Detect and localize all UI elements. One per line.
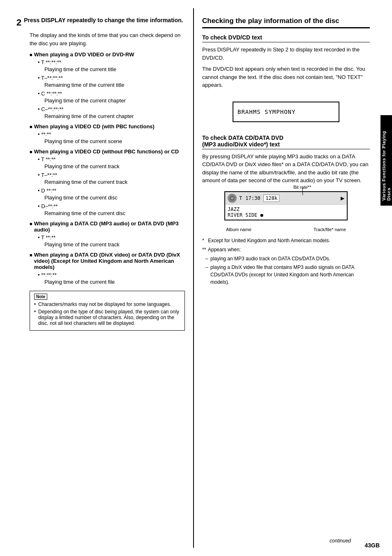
video-cd-no-pbc-list: T **:** Playing time of the current trac… [38,156,185,216]
display-t-label: T [239,195,242,201]
display-icon [228,194,237,203]
list-item-desc: Playing time of the current disc [44,195,185,201]
continued-label: continued [330,538,351,544]
dvd-cd-text-para1: Press DISPLAY repeatedly in Step 2 to di… [202,46,370,62]
list-item: T–**:** [38,172,185,178]
step-header: 2 Press DISPLAY repeatedly to change the… [16,16,185,28]
note-box: Note Characters/marks may not be display… [30,291,185,331]
album-label: Album name [226,227,251,232]
album-line2: RIVER SIDE ● [228,212,344,218]
svg-point-2 [232,198,233,199]
video-cd-pbc-list: **:** Playing time of the current scene [38,131,185,144]
note-item: Depending on the type of disc being play… [34,309,180,326]
list-item: C **:**:** [38,90,185,97]
list-item-desc: Remaining time of the current track [44,179,185,185]
note-title: Note [34,294,47,300]
step-title: Press DISPLAY repeatedly to change the t… [24,16,183,24]
data-cd-mp3-header: When playing a DATA CD (MP3 audio) or DA… [30,220,185,233]
list-item: D–**:** [38,203,185,209]
dvd-video-header: When playing a DVD VIDEO or DVD-RW [30,51,185,58]
data-cd-divx-list: **:**:** Playing time of the current fil… [38,272,185,285]
page-number: 43GB [364,542,380,549]
brahms-display: BRAHMS SYMPHONY [233,102,339,122]
list-item-desc: Playing time of the current title [44,66,185,72]
step-number: 2 [16,17,21,28]
list-item-desc: Remaining time of the current title [44,82,185,88]
list-item-desc: Remaining time of the current chapter [44,113,185,119]
data-cd-mp3-list: T **:** Playing time of the current trac… [38,234,185,248]
list-item: **:**:** [38,272,185,278]
list-item-desc: Playing time of the current chapter [44,97,185,104]
album-line1: JAZZ [228,206,344,212]
video-cd-no-pbc-header: When playing a VIDEO CD (without PBC fun… [30,148,185,155]
video-cd-pbc-header: When playing a VIDEO CD (with PBC functi… [30,123,185,130]
list-item: T **:**:** [38,59,185,65]
list-item-desc: Playing time of the current scene [44,138,185,144]
track-label: Track/file* name [314,227,346,232]
display-row: T 17:30 128k ▶ [225,192,347,205]
side-tab: Various Functions for Playing Discs [380,115,392,206]
dvd-cd-text-para2: The DVD/CD text appears only when text i… [202,65,370,89]
list-item-desc: Playing time of the current file [44,279,185,285]
list-item-desc: Playing time of the current track [44,241,185,248]
list-item-desc: Remaining time of the current disc [44,210,185,216]
dvd-cd-text-title: To check DVD/CD text [202,34,370,42]
brahms-text: BRAHMS SYMPHONY [238,109,295,115]
data-cd-text-para1: By pressing DISPLAY while playing MP3 au… [202,153,370,185]
list-item: C–**:**:** [38,106,185,112]
display-bitrate: 128k [263,195,279,202]
note-item: Characters/marks may not be displayed fo… [34,301,180,307]
footnotes: Except for United Kingdom and North Amer… [202,237,370,286]
step-description: The display and the kinds of time that y… [30,31,185,47]
footnote-star2: Appears when: [202,246,370,253]
display-time: 17:30 [245,195,260,201]
main-section-title: Checking the play information of the dis… [202,16,370,28]
footnote-sub1: playing an MP3 audio track on DATA CDs/D… [202,255,370,262]
data-cd-text-title: To check DATA CD/DATA DVD(MP3 audio/DivX… [202,134,370,149]
data-display-box: T 17:30 128k ▶ JAZZ RIVER SIDE ● [224,191,348,220]
footnote-star1: Except for United Kingdom and North Amer… [202,237,370,244]
list-item: **:** [38,131,185,137]
list-item: T **:** [38,234,185,241]
footnote-sub2: playing a DivX video file that contains … [202,264,370,286]
list-item: T **:** [38,156,185,162]
dvd-video-list: T **:**:** Playing time of the current t… [38,59,185,119]
bitrate-arrow-line [302,188,303,195]
play-arrow-icon: ▶ [341,195,344,201]
list-item: D **:** [38,188,185,194]
display-annotations: Album name Track/file* name [224,227,348,232]
display-album: JAZZ RIVER SIDE ● [225,205,347,220]
list-item: T–**:**:** [38,75,185,81]
data-cd-divx-header: When playing a DATA CD (DivX video) or D… [30,252,185,270]
list-item-desc: Playing time of the current track [44,163,185,169]
